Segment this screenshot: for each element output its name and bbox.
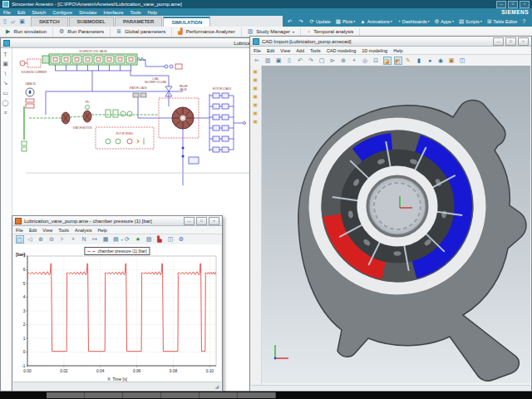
pick-icon[interactable]: ⊳: [329, 57, 337, 65]
undo-icon[interactable]: ↶: [297, 57, 305, 65]
wc-1[interactable]: □: [196, 217, 207, 225]
cube-icon[interactable]: ▣: [448, 57, 456, 65]
twc-1[interactable]: □: [508, 1, 518, 8]
tab-submodel[interactable]: SUBMODEL: [69, 17, 114, 27]
table-editor-button[interactable]: ⊞Table Editor: [487, 18, 518, 25]
layers-icon[interactable]: ▧: [145, 235, 154, 244]
copy-icon[interactable]: ▥: [264, 57, 273, 65]
menu-item-0[interactable]: File: [16, 228, 23, 233]
open-file-icon[interactable]: ▱: [11, 18, 17, 25]
histogram-icon[interactable]: ▙: [156, 235, 165, 244]
menu-item-1[interactable]: Edit: [29, 228, 37, 233]
solid-mode-icon[interactable]: ◪: [383, 57, 392, 65]
stator-loads-component[interactable]: [133, 93, 172, 118]
temporal-analysis-button[interactable]: ◔Temporal analysis: [301, 27, 360, 37]
redo-icon[interactable]: ↷: [308, 57, 316, 65]
menu-item-2[interactable]: Sketch: [32, 10, 46, 15]
menu-item-7[interactable]: Help: [147, 10, 156, 15]
export-icon[interactable]: ◫: [459, 57, 467, 65]
scripts-button[interactable]: ▤Scripts▾: [459, 18, 482, 25]
cad-window-title-bar[interactable]: CAD Import-[Lubrication_pump.amecad] —□×: [250, 37, 531, 47]
menu-item-3[interactable]: Configure: [52, 10, 72, 15]
line-tool-icon[interactable]: \: [5, 71, 8, 76]
menu-item-3[interactable]: Add: [296, 48, 304, 53]
align-tool-icon[interactable]: ≡: [3, 110, 8, 116]
paste-icon[interactable]: ▣: [275, 57, 283, 65]
part-icon[interactable]: ▣: [253, 76, 259, 82]
undo-icon[interactable]: ↶: [288, 18, 293, 25]
settings-icon[interactable]: ⚙: [178, 235, 186, 244]
menu-item-5[interactable]: Interfaces: [103, 10, 123, 15]
arrow-tool-icon[interactable]: ↘: [3, 80, 10, 86]
menu-item-2[interactable]: View: [42, 228, 52, 233]
global-parameters-button[interactable]: ≣Global parameters: [111, 27, 172, 37]
tab-parameter[interactable]: PARAMETER: [115, 17, 163, 27]
cut-icon[interactable]: ✂: [254, 57, 262, 65]
zoom-previous-icon[interactable]: ◁: [27, 235, 35, 244]
plot-legend[interactable]: chamber pressure (1) [bar]: [84, 247, 150, 255]
twc-2[interactable]: ×: [520, 1, 530, 8]
rect-tool-icon[interactable]: ▭: [2, 90, 10, 96]
globe-icon[interactable]: ◉: [437, 57, 446, 65]
text-tool-icon[interactable]: T: [3, 52, 8, 57]
part-icon[interactable]: ▣: [253, 85, 259, 91]
menu-item-4[interactable]: Simulate: [79, 10, 96, 15]
link-icon[interactable]: ▮: [416, 57, 424, 65]
redo-icon[interactable]: ↷: [298, 18, 304, 25]
part-icon[interactable]: ▣: [253, 93, 259, 99]
update-button[interactable]: ⟳Update: [310, 18, 331, 25]
part-icon[interactable]: ▣: [253, 68, 259, 74]
tab-simulation[interactable]: SIMULATION: [163, 17, 210, 27]
cursor-slope-icon[interactable]: N: [81, 235, 89, 244]
resize-grip[interactable]: ◢: [214, 383, 219, 389]
image-tool-icon[interactable]: ▣: [2, 61, 10, 67]
menu-item-7[interactable]: Help: [393, 48, 402, 53]
solenoid-valve-assembly[interactable]: SOLENOID COIL VALVE: [42, 50, 145, 71]
help-icon[interactable]: ?: [522, 18, 527, 24]
cad-3d-viewport[interactable]: [262, 66, 530, 386]
star-icon[interactable]: ★: [135, 235, 143, 244]
menu-item-6[interactable]: Tools: [131, 10, 141, 15]
menu-item-0[interactable]: File: [3, 10, 11, 15]
part-icon[interactable]: ▣: [253, 118, 259, 124]
run-simulation-button[interactable]: ▶Run simulation: [0, 27, 53, 37]
pump-rotor-assembly[interactable]: [308, 117, 486, 295]
fit-view-icon[interactable]: ⊡: [372, 57, 381, 65]
menu-item-0[interactable]: File: [254, 48, 261, 53]
cursor-track-icon[interactable]: ↦: [91, 235, 100, 244]
twc-0[interactable]: —: [496, 1, 506, 8]
select-icon[interactable]: ▢: [16, 235, 24, 244]
plot-window-title-bar[interactable]: Lubrication_vane_pump.ame - chamber pres…: [12, 216, 222, 226]
select-icon[interactable]: ▢: [318, 57, 327, 65]
wc-2[interactable]: ×: [209, 217, 219, 225]
cursor-x-icon[interactable]: ⊦: [59, 235, 67, 244]
menu-item-4[interactable]: Tools: [310, 48, 321, 53]
wc-2[interactable]: ×: [518, 37, 529, 46]
part-icon[interactable]: ▣: [253, 101, 259, 107]
zoom-out-icon[interactable]: ⊖: [48, 235, 57, 244]
taskbar-buttons[interactable]: [47, 392, 276, 398]
replay-icon[interactable]: ⟳: [124, 235, 132, 244]
run-parameters-button[interactable]: ⚙Run Parameters: [53, 27, 111, 37]
menu-item-1[interactable]: Edit: [267, 48, 274, 53]
load-delivery-component[interactable]: [165, 64, 182, 69]
section-mode-icon[interactable]: ◩: [394, 57, 402, 65]
wc-1[interactable]: □: [505, 37, 516, 46]
measure-icon[interactable]: ✎: [405, 57, 413, 65]
wc-0[interactable]: —: [184, 217, 195, 225]
tab-sketch[interactable]: SKETCH: [31, 17, 68, 27]
rotor-speed-group[interactable]: [96, 127, 154, 149]
zoom-in-icon[interactable]: ⊕: [37, 235, 46, 244]
dashboards-button[interactable]: ◔Dashboards▾: [397, 18, 430, 24]
cursor-cross-icon[interactable]: +: [70, 235, 78, 244]
plot-area[interactable]: [bar] chamber pressure (1) [bar] 7654321…: [13, 244, 221, 382]
apps-button[interactable]: ⚙Apps▾: [435, 18, 454, 25]
menu-item-5[interactable]: Help: [98, 228, 107, 233]
vane-pump-component[interactable]: [159, 98, 199, 164]
solenoid-current-source[interactable]: [20, 59, 41, 67]
zoom-icon[interactable]: ◎: [362, 57, 370, 65]
pan-icon[interactable]: +: [351, 57, 359, 65]
part-icon[interactable]: ▣: [253, 110, 259, 116]
rotor-loads-ladder[interactable]: [209, 93, 246, 152]
menu-item-3[interactable]: Tools: [58, 228, 69, 233]
